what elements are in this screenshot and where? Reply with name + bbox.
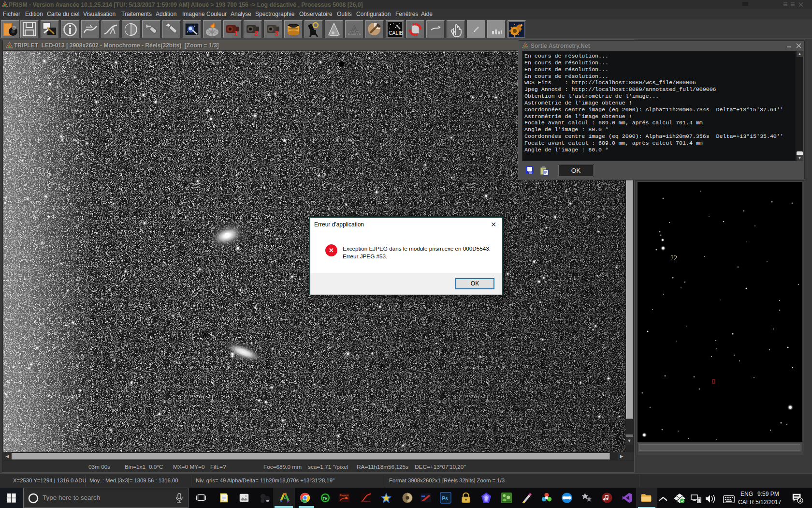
svg-text:TH: TH [322, 496, 327, 501]
svg-text:CALIB: CALIB [389, 30, 403, 36]
svg-text:3: 3 [275, 29, 278, 37]
svg-text:Redshift: Redshift [340, 494, 349, 497]
svg-text:Ps: Ps [442, 496, 449, 501]
svg-text:4: 4 [799, 498, 801, 503]
svg-text:1: 1 [234, 29, 238, 37]
svg-text:22: 22 [670, 254, 677, 262]
svg-text:2: 2 [254, 29, 258, 37]
